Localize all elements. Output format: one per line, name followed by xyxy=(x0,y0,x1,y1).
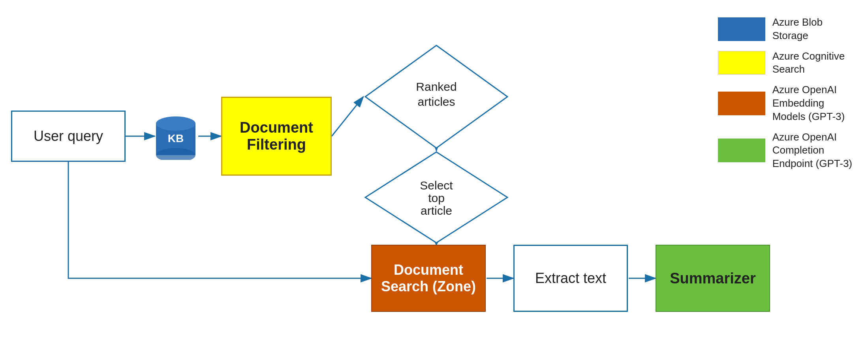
legend-label-embedding: Azure OpenAIEmbeddingModels (GPT-3) xyxy=(772,83,845,123)
legend: Azure BlobStorage Azure CognitiveSearch … xyxy=(718,16,852,171)
user-query-node: User query xyxy=(11,111,126,162)
doc-filter-label: Document Filtering xyxy=(240,119,313,153)
doc-filter-node: Document Filtering xyxy=(221,97,332,176)
select-top-article-node: Select top article xyxy=(363,150,509,245)
legend-item-completion: Azure OpenAICompletionEndpoint (GPT-3) xyxy=(718,131,852,171)
ranked-articles-node: Ranked articles xyxy=(363,43,509,150)
summarizer-node: Summarizer xyxy=(656,245,770,312)
legend-label-blob: Azure BlobStorage xyxy=(772,16,823,43)
legend-color-embedding xyxy=(718,92,765,115)
svg-text:Select: Select xyxy=(420,179,453,192)
summarizer-label: Summarizer xyxy=(670,270,756,287)
svg-text:article: article xyxy=(421,204,452,217)
legend-item-blob: Azure BlobStorage xyxy=(718,16,852,43)
legend-color-cognitive xyxy=(718,51,765,75)
extract-text-node: Extract text xyxy=(513,245,628,312)
svg-point-21 xyxy=(156,116,195,131)
svg-text:KB: KB xyxy=(168,132,184,144)
svg-text:articles: articles xyxy=(417,95,455,108)
kb-node: KB xyxy=(154,112,197,160)
legend-color-completion xyxy=(718,139,765,162)
legend-item-cognitive: Azure CognitiveSearch xyxy=(718,50,852,77)
legend-label-completion: Azure OpenAICompletionEndpoint (GPT-3) xyxy=(772,131,852,171)
svg-text:top: top xyxy=(428,191,445,204)
diagram: User query KB Document Filtering Ranked … xyxy=(0,0,868,360)
legend-item-embedding: Azure OpenAIEmbeddingModels (GPT-3) xyxy=(718,83,852,123)
doc-search-label: Document Search (Zone) xyxy=(381,262,476,295)
legend-color-blob xyxy=(718,17,765,41)
doc-search-node: Document Search (Zone) xyxy=(371,245,486,312)
extract-label: Extract text xyxy=(535,270,606,287)
svg-text:Ranked: Ranked xyxy=(416,80,457,93)
legend-label-cognitive: Azure CognitiveSearch xyxy=(772,50,845,77)
svg-line-15 xyxy=(332,97,363,136)
user-query-label: User query xyxy=(34,128,103,144)
